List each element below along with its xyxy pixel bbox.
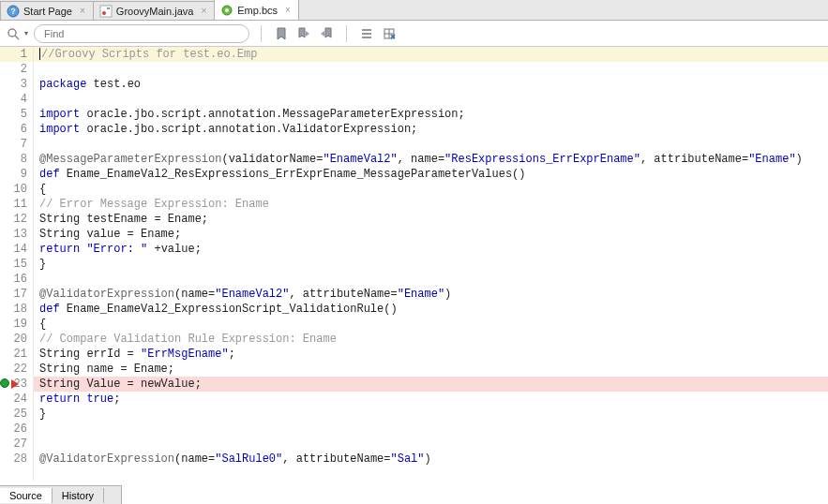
- line-number: 10: [0, 182, 33, 197]
- svg-line-8: [15, 36, 19, 39]
- line-number: 25: [0, 407, 33, 422]
- help-icon: ?: [7, 5, 20, 18]
- tab-groovymain[interactable]: GroovyMain.java ×: [93, 1, 215, 20]
- line-number: 3: [0, 77, 33, 92]
- svg-text:?: ?: [10, 7, 16, 16]
- line-number: 21: [0, 347, 33, 362]
- line-number: 23: [0, 377, 33, 392]
- text-cursor: [39, 48, 40, 60]
- line-number: 2: [0, 62, 33, 77]
- line-number: 14: [0, 242, 33, 257]
- bottom-tab-bar: Source History: [0, 485, 122, 504]
- svg-point-6: [225, 8, 229, 12]
- close-icon[interactable]: ×: [285, 5, 291, 15]
- tab-label: Start Page: [23, 6, 72, 17]
- tab-history[interactable]: History: [53, 488, 104, 503]
- tab-start-page[interactable]: ? Start Page ×: [0, 1, 94, 20]
- separator: [346, 25, 347, 42]
- gutter: 1 2 3 4 5 6 7 8 9 10 11 12 13 14 15 16 1…: [0, 47, 34, 482]
- svg-rect-2: [100, 6, 112, 17]
- find-input[interactable]: [34, 24, 249, 43]
- line-number: 11: [0, 197, 33, 212]
- line-number: 12: [0, 212, 33, 227]
- tab-label: GroovyMain.java: [116, 6, 194, 17]
- search-icon[interactable]: [6, 26, 21, 41]
- close-icon[interactable]: ×: [201, 6, 206, 16]
- svg-point-7: [8, 29, 16, 37]
- tab-label: Emp.bcs: [237, 5, 278, 16]
- bookmark-next-icon[interactable]: [295, 25, 312, 42]
- line-number: 16: [0, 272, 33, 287]
- line-number: 5: [0, 107, 33, 122]
- separator: [261, 25, 262, 42]
- editor-toolbar: ▾: [0, 21, 828, 47]
- line-number: 15: [0, 257, 33, 272]
- line-number: 17: [0, 287, 33, 302]
- file-icon: [220, 4, 233, 17]
- editor-area: 1 2 3 4 5 6 7 8 9 10 11 12 13 14 15 16 1…: [0, 47, 828, 482]
- line-number: 20: [0, 332, 33, 347]
- grid-icon[interactable]: [381, 25, 398, 42]
- line-number: 7: [0, 137, 33, 152]
- line-number: 27: [0, 437, 33, 452]
- execution-arrow-icon: [11, 379, 19, 389]
- line-number: 8: [0, 152, 33, 167]
- svg-rect-4: [107, 7, 110, 9]
- bookmark-icon[interactable]: [273, 25, 290, 42]
- line-number: 13: [0, 227, 33, 242]
- svg-point-3: [102, 11, 106, 15]
- java-icon: [99, 5, 113, 18]
- line-number: 28: [0, 452, 33, 467]
- close-icon[interactable]: ×: [80, 6, 85, 16]
- line-number: 26: [0, 422, 33, 437]
- tab-emp-bcs[interactable]: Emp.bcs ×: [214, 0, 299, 20]
- line-number: 19: [0, 317, 33, 332]
- line-number: 6: [0, 122, 33, 137]
- breakpoint-icon[interactable]: [0, 378, 9, 388]
- line-number: 1: [0, 47, 33, 62]
- line-number: 22: [0, 362, 33, 377]
- code-content[interactable]: //Groovy Scripts for test.eo.Emp package…: [34, 47, 828, 482]
- bookmark-prev-icon[interactable]: [318, 25, 335, 42]
- chevron-down-icon[interactable]: ▾: [24, 29, 28, 37]
- line-number: 9: [0, 167, 33, 182]
- line-number: 4: [0, 92, 33, 107]
- line-number: 24: [0, 392, 33, 407]
- line-number: 18: [0, 302, 33, 317]
- tab-bar: ? Start Page × GroovyMain.java × Emp.bcs…: [0, 0, 828, 21]
- tab-source[interactable]: Source: [0, 488, 53, 503]
- list-icon[interactable]: [358, 25, 375, 42]
